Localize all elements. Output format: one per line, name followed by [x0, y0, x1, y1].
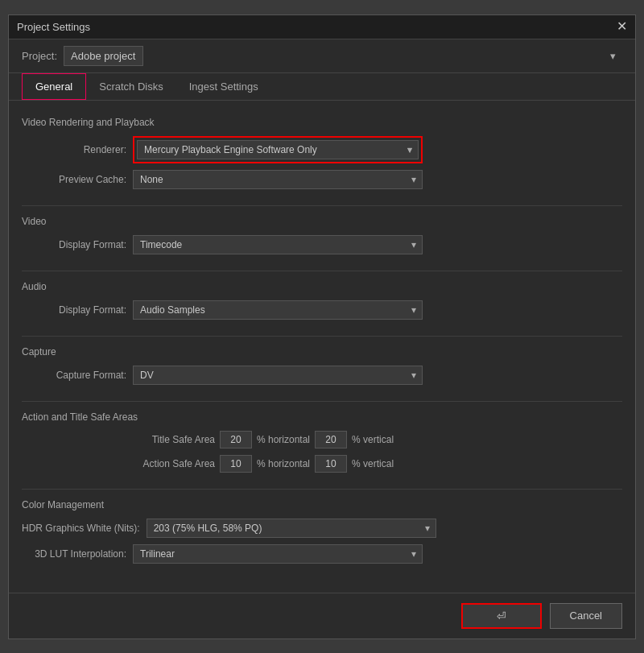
action-safe-horizontal-input[interactable]: [220, 455, 252, 473]
action-safe-vertical-input[interactable]: [315, 455, 347, 473]
title-safe-area-row: Title Safe Area % horizontal % vertical: [22, 431, 622, 448]
hdr-graphics-wrapper: 203 (75% HLG, 58% PQ): [147, 519, 436, 538]
audio-section: Audio Display Format: Audio Samples: [22, 281, 622, 320]
audio-display-format-row: Display Format: Audio Samples: [22, 300, 622, 320]
project-settings-dialog: Project Settings ✕ Project: Adobe projec…: [8, 14, 636, 639]
tab-ingest-settings[interactable]: Ingest Settings: [176, 73, 271, 100]
audio-title: Audio: [22, 281, 622, 292]
lut-interpolation-row: 3D LUT Interpolation: Trilinear: [22, 544, 622, 564]
renderer-row: Renderer: Mercury Playback Engine Softwa…: [22, 136, 622, 163]
lut-interpolation-wrapper: Trilinear: [133, 544, 423, 564]
project-select-wrapper: Adobe project: [64, 46, 622, 66]
content-area: Video Rendering and Playback Renderer: M…: [9, 101, 635, 593]
capture-title: Capture: [22, 346, 622, 357]
divider-4: [22, 401, 622, 402]
audio-display-format-label: Display Format:: [22, 304, 126, 316]
title-bar: Project Settings ✕: [9, 15, 635, 39]
hdr-graphics-label: HDR Graphics White (Nits):: [22, 523, 140, 534]
capture-format-select[interactable]: DV: [133, 366, 423, 385]
renderer-select-highlighted: Mercury Playback Engine Software Only ▾: [133, 136, 423, 163]
video-display-format-select[interactable]: Timecode: [133, 235, 423, 254]
divider-1: [22, 205, 622, 206]
safe-areas-title: Action and Title Safe Areas: [22, 411, 622, 423]
title-safe-h-unit: % horizontal: [257, 434, 310, 445]
capture-format-row: Capture Format: DV: [22, 366, 622, 385]
safe-areas-section: Action and Title Safe Areas Title Safe A…: [22, 411, 622, 473]
ok-button[interactable]: ⏎: [461, 603, 542, 629]
capture-format-wrapper: DV: [133, 366, 423, 385]
preview-cache-select[interactable]: None: [133, 170, 423, 189]
video-display-format-wrapper: Timecode: [133, 235, 423, 254]
divider-3: [22, 336, 622, 337]
project-select[interactable]: Adobe project: [64, 46, 143, 66]
video-section: Video Display Format: Timecode: [22, 216, 622, 254]
close-button[interactable]: ✕: [617, 20, 627, 33]
preview-cache-label: Preview Cache:: [22, 174, 126, 185]
action-safe-v-unit: % vertical: [352, 458, 394, 469]
divider-2: [22, 271, 622, 271]
capture-section: Capture Capture Format: DV: [22, 346, 622, 385]
title-safe-horizontal-input[interactable]: [220, 431, 252, 448]
renderer-select-inner: Mercury Playback Engine Software Only ▾: [137, 140, 419, 159]
color-management-section: Color Management HDR Graphics White (Nit…: [22, 499, 622, 564]
action-safe-area-label: Action Safe Area: [126, 458, 215, 469]
lut-interpolation-select[interactable]: Trilinear: [133, 544, 423, 564]
divider-5: [22, 489, 622, 490]
tabs-bar: General Scratch Disks Ingest Settings: [9, 73, 635, 101]
video-rendering-title: Video Rendering and Playback: [22, 117, 622, 128]
title-safe-vertical-input[interactable]: [315, 431, 347, 448]
color-management-title: Color Management: [22, 499, 622, 510]
action-safe-h-unit: % horizontal: [257, 458, 310, 469]
project-bar: Project: Adobe project: [9, 39, 635, 73]
preview-cache-row: Preview Cache: None: [22, 170, 622, 189]
dialog-title: Project Settings: [17, 21, 90, 33]
cancel-button[interactable]: Cancel: [550, 603, 622, 629]
video-rendering-section: Video Rendering and Playback Renderer: M…: [22, 117, 622, 189]
tab-general[interactable]: General: [22, 73, 86, 100]
hdr-graphics-row: HDR Graphics White (Nits): 203 (75% HLG,…: [22, 519, 622, 538]
project-label: Project:: [22, 50, 57, 62]
action-safe-area-row: Action Safe Area % horizontal % vertical: [22, 455, 622, 473]
footer: ⏎ Cancel: [9, 593, 635, 639]
preview-cache-select-wrapper: None: [133, 170, 423, 189]
ok-icon: ⏎: [497, 610, 506, 622]
renderer-select[interactable]: Mercury Playback Engine Software Only: [137, 140, 419, 159]
audio-display-format-wrapper: Audio Samples: [133, 300, 423, 320]
video-display-format-label: Display Format:: [22, 239, 126, 250]
audio-display-format-select[interactable]: Audio Samples: [133, 300, 423, 320]
title-safe-v-unit: % vertical: [352, 434, 394, 445]
renderer-label: Renderer:: [22, 144, 126, 155]
capture-format-label: Capture Format:: [22, 370, 126, 381]
hdr-graphics-select[interactable]: 203 (75% HLG, 58% PQ): [147, 519, 436, 538]
video-display-format-row: Display Format: Timecode: [22, 235, 622, 254]
video-title: Video: [22, 216, 622, 227]
tab-scratch-disks[interactable]: Scratch Disks: [86, 73, 175, 100]
lut-interpolation-label: 3D LUT Interpolation:: [22, 548, 126, 560]
title-safe-area-label: Title Safe Area: [126, 434, 215, 445]
